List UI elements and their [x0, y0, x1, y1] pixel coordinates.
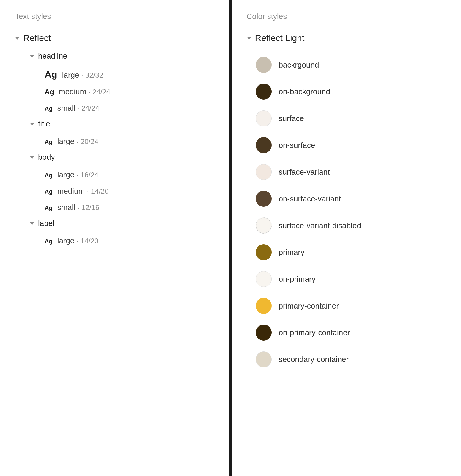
list-item: on-surface-variant: [256, 185, 446, 212]
color-swatch: [256, 57, 272, 73]
list-item: secondary-container: [256, 346, 446, 373]
color-name: surface-variant: [279, 167, 330, 177]
color-name: on-surface-variant: [279, 194, 341, 203]
color-name: on-primary-container: [279, 328, 350, 337]
list-item: on-primary: [256, 266, 446, 292]
label-chevron-icon[interactable]: [30, 222, 34, 225]
color-name: on-background: [279, 87, 330, 96]
list-item: Ag medium · 24/24: [30, 84, 215, 100]
headline-chevron-icon[interactable]: [30, 55, 34, 58]
body-title: body: [30, 153, 215, 162]
title-title: title: [30, 119, 215, 129]
title-subsection: title Ag large · 20/24: [15, 119, 215, 150]
list-item: Ag large · 32/32: [30, 65, 215, 84]
list-item: Ag small · 24/24: [30, 100, 215, 116]
color-name: backrgound: [279, 60, 319, 70]
list-item: backrgound: [256, 51, 446, 78]
style-info: large · 14/20: [57, 236, 98, 245]
color-styles-header: Color styles: [247, 12, 446, 21]
list-item: Ag medium · 14/20: [30, 183, 215, 199]
list-item: surface-variant-disabled: [256, 212, 446, 239]
color-name: surface-variant-disabled: [279, 221, 361, 230]
style-info: large · 32/32: [62, 71, 103, 80]
color-swatch: [256, 84, 272, 100]
label-subsection: label Ag large · 14/20: [15, 219, 215, 249]
text-styles-panel: Text styles Reflect headline Ag large · …: [0, 0, 232, 476]
color-swatch: [256, 271, 272, 287]
ag-preview: Ag: [45, 172, 53, 179]
title-chevron-icon[interactable]: [30, 123, 34, 126]
list-item: surface-variant: [256, 159, 446, 185]
color-name: primary: [279, 248, 305, 257]
color-swatch: [256, 110, 272, 126]
ag-preview: Ag: [45, 139, 53, 145]
color-name: surface: [279, 114, 304, 123]
headline-subsection: headline Ag large · 32/32 Ag medium · 24…: [15, 51, 215, 116]
reflect-light-section-title: Reflect Light: [247, 33, 446, 43]
color-swatch: [256, 137, 272, 153]
list-item: on-surface: [256, 132, 446, 159]
reflect-chevron-icon[interactable]: [15, 37, 20, 40]
text-styles-header: Text styles: [15, 12, 215, 21]
color-list: backrgoundon-backgroundsurfaceon-surface…: [247, 51, 446, 373]
list-item: on-background: [256, 78, 446, 105]
reflect-light-chevron-icon[interactable]: [247, 37, 251, 40]
color-swatch: [256, 191, 272, 207]
ag-preview: Ag: [45, 205, 53, 212]
color-styles-panel: Color styles Reflect Light backrgoundon-…: [232, 0, 461, 476]
style-info: small · 12/16: [57, 203, 99, 212]
color-swatch: [256, 298, 272, 314]
list-item: Ag large · 20/24: [30, 133, 215, 150]
body-chevron-icon[interactable]: [30, 156, 34, 159]
color-swatch: [256, 244, 272, 260]
color-name: primary-container: [279, 301, 339, 311]
headline-title: headline: [30, 51, 215, 61]
reflect-light-section: Reflect Light backrgoundon-backgroundsur…: [247, 33, 446, 373]
color-swatch: [256, 217, 272, 234]
body-subsection: body Ag large · 16/24 Ag medium · 14/20 …: [15, 153, 215, 216]
color-swatch: [256, 351, 272, 367]
ag-preview: Ag: [45, 105, 53, 112]
reflect-section: Reflect headline Ag large · 32/32 Ag med…: [15, 33, 215, 249]
ag-preview: Ag: [45, 188, 53, 195]
list-item: on-primary-container: [256, 319, 446, 346]
style-info: small · 24/24: [57, 104, 99, 113]
color-swatch: [256, 164, 272, 180]
style-info: large · 20/24: [57, 137, 98, 146]
color-name: on-surface: [279, 141, 315, 150]
color-swatch: [256, 325, 272, 341]
style-info: medium · 14/20: [57, 187, 109, 196]
list-item: Ag large · 14/20: [30, 233, 215, 249]
list-item: Ag small · 12/16: [30, 199, 215, 216]
ag-preview: Ag: [45, 238, 53, 245]
style-info: medium · 24/24: [59, 87, 110, 96]
list-item: surface: [256, 105, 446, 132]
list-item: primary-container: [256, 292, 446, 319]
color-name: on-primary: [279, 275, 316, 284]
label-title: label: [30, 219, 215, 228]
ag-preview: Ag: [45, 69, 57, 80]
color-name: secondary-container: [279, 355, 349, 364]
list-item: primary: [256, 239, 446, 266]
style-info: large · 16/24: [57, 170, 98, 179]
reflect-section-title: Reflect: [15, 33, 215, 43]
ag-preview: Ag: [45, 88, 54, 96]
list-item: Ag large · 16/24: [30, 167, 215, 183]
